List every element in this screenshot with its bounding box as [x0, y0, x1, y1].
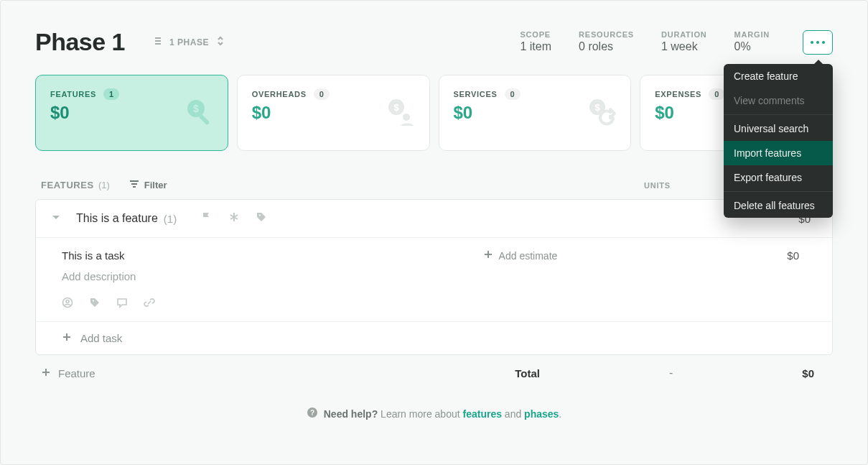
add-task-label: Add task: [80, 332, 122, 344]
help-suffix: .: [559, 408, 561, 420]
user-dollar-icon: $: [385, 97, 416, 129]
asterisk-icon[interactable]: [228, 211, 240, 226]
summary-cards: FEATURES 1 $0 $ OVERHEADS 0 $0 $: [35, 75, 833, 151]
sort-icon: [215, 35, 226, 50]
stat-label: RESOURCES: [579, 30, 634, 39]
help-features-link[interactable]: features: [463, 408, 502, 420]
svg-point-4: [403, 114, 410, 121]
wrench-dollar-icon: $: [183, 97, 215, 129]
recurring-dollar-icon: $: [586, 97, 617, 129]
add-estimate-label: Add estimate: [499, 250, 558, 262]
svg-text:$: $: [193, 103, 199, 114]
help-prefix: Need help?: [324, 408, 378, 420]
svg-text:?: ?: [310, 409, 314, 417]
feature-row[interactable]: This is a feature (1) $0: [36, 200, 832, 238]
tag-icon[interactable]: [256, 211, 267, 226]
more-actions-button[interactable]: [803, 30, 833, 55]
menu-universal-search[interactable]: Universal search: [724, 116, 833, 141]
total-amount: $0: [802, 367, 814, 379]
total-units: -: [669, 367, 673, 379]
help-icon: ?: [307, 407, 318, 420]
phase-selector-button[interactable]: 1 PHASE: [146, 32, 232, 52]
card-label: FEATURES: [50, 90, 96, 98]
card-label: EXPENSES: [655, 90, 701, 98]
help-and: and: [505, 408, 524, 420]
page-root: Phase 1 1 PHASE SCOPE 1 item RESOURCES: [0, 0, 868, 465]
stat-value: 1 week: [661, 40, 707, 53]
add-feature-button[interactable]: Feature: [41, 367, 95, 379]
plus-icon: [62, 332, 72, 344]
stat-resources: RESOURCES 0 roles: [579, 30, 634, 53]
comment-icon[interactable]: [116, 297, 128, 311]
stat-label: MARGIN: [734, 30, 770, 39]
card-overheads[interactable]: OVERHEADS 0 $0 $: [237, 75, 430, 151]
list-count: (1): [98, 180, 110, 190]
task-row: This is a task Add estimate $0 Add descr…: [36, 238, 832, 322]
more-icon: [811, 41, 825, 44]
feature-name: This is a feature: [76, 212, 158, 225]
filter-label: Filter: [144, 180, 167, 190]
help-phases-link[interactable]: phases: [524, 408, 559, 420]
stat-label: SCOPE: [520, 30, 551, 39]
svg-text:$: $: [595, 102, 601, 113]
plus-icon: [483, 249, 493, 262]
column-units: UNITS: [644, 181, 671, 190]
card-label: OVERHEADS: [252, 90, 307, 98]
flag-icon[interactable]: [201, 211, 213, 226]
page-title: Phase 1: [35, 28, 125, 56]
svg-point-10: [66, 300, 69, 303]
filter-button[interactable]: Filter: [129, 178, 167, 192]
features-table: This is a feature (1) $0 This is a task …: [35, 199, 833, 355]
stat-value: 1 item: [520, 40, 551, 53]
more-actions-menu: Create feature View comments Universal s…: [724, 64, 833, 218]
help-text: Learn more about: [381, 408, 462, 420]
card-count: 0: [505, 88, 521, 100]
card-label: SERVICES: [454, 90, 498, 98]
menu-view-comments: View comments: [724, 88, 833, 113]
list-title: FEATURES: [41, 180, 94, 190]
menu-create-feature[interactable]: Create feature: [724, 64, 833, 88]
stat-margin: MARGIN 0%: [734, 30, 770, 53]
menu-delete-all[interactable]: Delete all features: [724, 193, 833, 218]
menu-export-features[interactable]: Export features: [724, 165, 833, 190]
task-name[interactable]: This is a task: [62, 249, 125, 262]
card-services[interactable]: SERVICES 0 $0 $: [439, 75, 632, 151]
add-estimate-button[interactable]: Add estimate: [483, 249, 558, 262]
tag-icon[interactable]: [89, 297, 101, 311]
stat-value: 0 roles: [579, 40, 634, 53]
task-total: $0: [787, 249, 806, 262]
plus-icon: [41, 367, 51, 379]
phase-selector-label: 1 PHASE: [169, 37, 209, 47]
stat-duration: DURATION 1 week: [661, 30, 707, 53]
add-task-button[interactable]: Add task: [36, 322, 832, 354]
total-label: Total: [515, 367, 540, 379]
list-header: FEATURES (1) Filter UNITS TOTAL: [35, 178, 833, 199]
menu-separator: [724, 114, 833, 115]
header-stats: SCOPE 1 item RESOURCES 0 roles DURATION …: [520, 30, 833, 55]
list-icon: [152, 35, 164, 50]
stat-label: DURATION: [661, 30, 707, 39]
feature-count: (1): [164, 213, 177, 225]
stat-scope: SCOPE 1 item: [520, 30, 551, 53]
filter-icon: [129, 178, 140, 192]
header: Phase 1 1 PHASE SCOPE 1 item RESOURCES: [35, 28, 833, 56]
menu-separator: [724, 191, 833, 192]
card-count: 0: [709, 88, 724, 100]
task-description-input[interactable]: Add description: [62, 270, 806, 282]
menu-import-features[interactable]: Import features: [724, 141, 833, 165]
add-feature-label: Feature: [58, 367, 95, 379]
svg-text:$: $: [393, 102, 399, 113]
card-features[interactable]: FEATURES 1 $0 $: [35, 75, 228, 151]
collapse-icon[interactable]: [50, 211, 62, 226]
stat-value: 0%: [734, 40, 770, 53]
assignee-icon[interactable]: [62, 297, 73, 311]
card-count: 0: [314, 88, 330, 100]
help-line: ? Need help? Learn more about features a…: [35, 407, 833, 420]
card-count: 1: [103, 88, 119, 100]
footer-row: Feature Total - $0: [35, 364, 833, 382]
link-icon[interactable]: [144, 297, 155, 311]
